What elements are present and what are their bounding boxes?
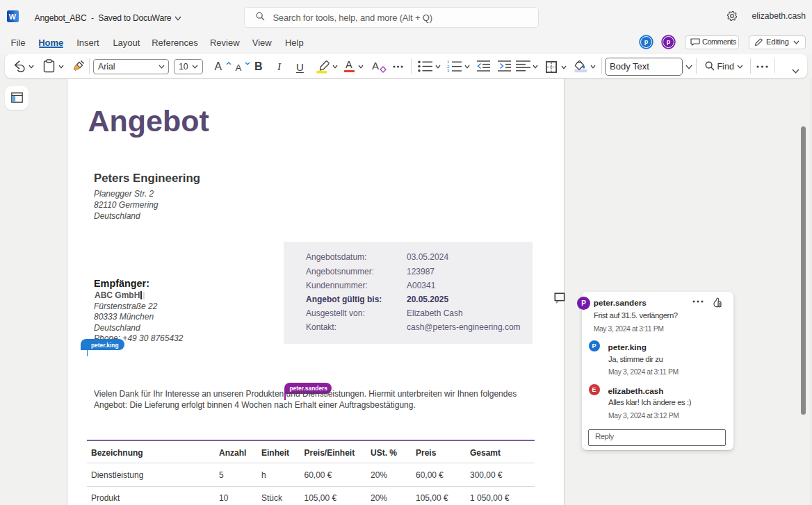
svg-text:1: 1 bbox=[447, 60, 450, 64]
svg-text:2: 2 bbox=[447, 65, 450, 69]
svg-text:3: 3 bbox=[447, 69, 450, 73]
svg-text:W: W bbox=[9, 13, 17, 21]
